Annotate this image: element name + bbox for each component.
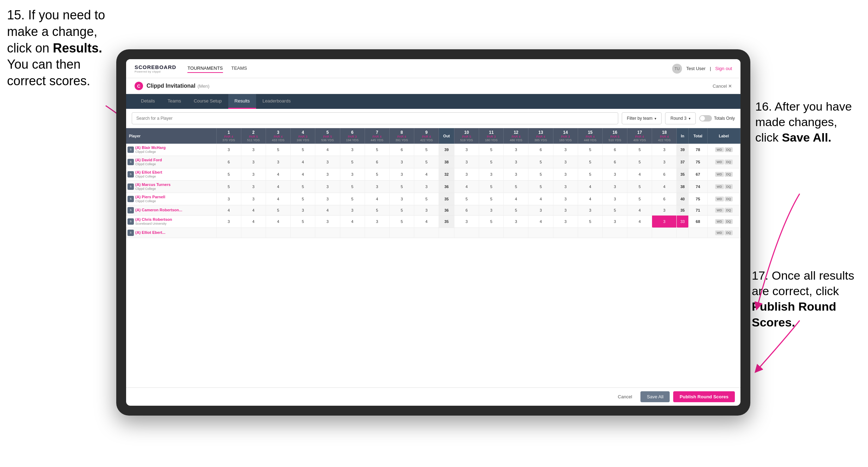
score-cell[interactable]: 5 bbox=[365, 168, 389, 180]
score-cell[interactable]: 5 bbox=[578, 215, 602, 228]
score-cell[interactable]: 3 bbox=[454, 215, 479, 228]
totals-only-toggle[interactable]: Totals Only bbox=[699, 115, 735, 122]
score-cell[interactable]: 3 bbox=[241, 168, 266, 180]
score-cell[interactable]: 4 bbox=[454, 180, 479, 193]
score-cell[interactable]: 3 bbox=[652, 215, 677, 228]
score-cell[interactable]: 3 bbox=[389, 156, 414, 168]
tab-results[interactable]: Results bbox=[228, 94, 256, 109]
score-cell[interactable]: 3 bbox=[602, 180, 627, 193]
score-cell[interactable]: 5 bbox=[627, 193, 652, 205]
score-cell[interactable]: 5 bbox=[389, 180, 414, 193]
score-cell[interactable]: 3 bbox=[241, 180, 266, 193]
score-cell[interactable]: 3 bbox=[602, 168, 627, 180]
score-cell[interactable]: 3 bbox=[553, 215, 578, 228]
score-cell[interactable]: 3 bbox=[602, 193, 627, 205]
score-cell[interactable]: 3 bbox=[340, 168, 365, 180]
score-cell[interactable]: 5 bbox=[340, 180, 365, 193]
filter-by-team-button[interactable]: Filter by team ▾ bbox=[622, 112, 662, 124]
wd-button[interactable]: WD bbox=[715, 219, 724, 224]
score-cell[interactable]: 4 bbox=[241, 205, 266, 215]
score-cell[interactable]: 3 bbox=[315, 156, 340, 168]
dq-button[interactable]: DQ bbox=[725, 172, 733, 177]
score-cell[interactable]: 4 bbox=[504, 193, 528, 205]
score-cell[interactable]: 4 bbox=[315, 205, 340, 215]
score-cell[interactable]: 6 bbox=[389, 144, 414, 156]
score-cell[interactable]: 4 bbox=[291, 168, 315, 180]
score-cell[interactable]: 4 bbox=[627, 168, 652, 180]
score-cell[interactable]: 6 bbox=[528, 144, 553, 156]
score-cell[interactable]: 3 bbox=[504, 144, 528, 156]
score-cell[interactable]: 5 bbox=[578, 156, 602, 168]
score-cell[interactable]: 3 bbox=[241, 193, 266, 205]
wd-button[interactable]: WD bbox=[715, 197, 724, 201]
cancel-button[interactable]: Cancel bbox=[613, 391, 637, 402]
score-cell[interactable]: 4 bbox=[291, 156, 315, 168]
score-cell[interactable]: 3 bbox=[315, 193, 340, 205]
dq-button[interactable]: DQ bbox=[725, 219, 733, 224]
score-cell[interactable]: 3 bbox=[602, 215, 627, 228]
nav-tournaments[interactable]: TOURNAMENTS bbox=[187, 64, 223, 73]
score-cell[interactable]: 3 bbox=[479, 168, 504, 180]
score-cell[interactable]: 5 bbox=[479, 180, 504, 193]
score-cell[interactable]: 5 bbox=[365, 144, 389, 156]
score-cell[interactable]: 4 bbox=[627, 215, 652, 228]
save-all-button[interactable]: Save All bbox=[640, 391, 670, 402]
score-cell[interactable]: 3 bbox=[414, 180, 439, 193]
score-cell[interactable]: 5 bbox=[578, 144, 602, 156]
score-cell[interactable]: 4 bbox=[266, 168, 291, 180]
score-cell[interactable]: 6 bbox=[454, 205, 479, 215]
score-cell[interactable]: 5 bbox=[602, 205, 627, 215]
score-cell[interactable]: 4 bbox=[340, 215, 365, 228]
score-cell[interactable]: 6 bbox=[652, 168, 677, 180]
score-cell[interactable]: 3 bbox=[504, 215, 528, 228]
score-cell[interactable]: 5 bbox=[291, 215, 315, 228]
score-cell[interactable]: 4 bbox=[578, 193, 602, 205]
score-cell[interactable]: 5 bbox=[479, 144, 504, 156]
dq-button[interactable]: DQ bbox=[725, 184, 733, 189]
score-cell[interactable]: 5 bbox=[627, 144, 652, 156]
score-cell[interactable]: 3 bbox=[291, 205, 315, 215]
score-cell[interactable]: 5 bbox=[340, 156, 365, 168]
dq-button[interactable]: DQ bbox=[725, 160, 733, 164]
score-cell[interactable]: 4 bbox=[414, 168, 439, 180]
score-cell[interactable]: 3 bbox=[454, 156, 479, 168]
score-cell[interactable]: 3 bbox=[216, 144, 241, 156]
score-cell[interactable]: 3 bbox=[454, 144, 479, 156]
score-cell[interactable]: 3 bbox=[365, 215, 389, 228]
tab-leaderboards[interactable]: Leaderboards bbox=[256, 94, 297, 109]
score-cell[interactable]: 3 bbox=[652, 144, 677, 156]
score-cell[interactable]: 4 bbox=[528, 193, 553, 205]
score-cell[interactable]: 3 bbox=[241, 144, 266, 156]
score-cell[interactable]: 5 bbox=[528, 168, 553, 180]
tab-course-setup[interactable]: Course Setup bbox=[187, 94, 228, 109]
wd-button[interactable]: WD bbox=[715, 160, 724, 164]
dq-button[interactable]: DQ bbox=[725, 208, 733, 213]
dq-button[interactable]: DQ bbox=[725, 197, 733, 201]
score-cell[interactable]: 3 bbox=[553, 180, 578, 193]
score-cell[interactable]: 4 bbox=[627, 205, 652, 215]
score-cell[interactable]: 6 bbox=[216, 156, 241, 168]
score-cell[interactable]: 3 bbox=[504, 156, 528, 168]
score-cell[interactable]: 5 bbox=[389, 215, 414, 228]
score-cell[interactable]: 3 bbox=[241, 156, 266, 168]
score-cell[interactable]: 3 bbox=[553, 156, 578, 168]
score-cell[interactable]: 3 bbox=[315, 168, 340, 180]
score-cell[interactable]: 5 bbox=[291, 193, 315, 205]
score-cell[interactable]: 5 bbox=[414, 144, 439, 156]
publish-round-scores-button[interactable]: Publish Round Scores bbox=[673, 391, 735, 402]
score-cell[interactable]: 3 bbox=[652, 156, 677, 168]
score-cell[interactable]: 3 bbox=[266, 156, 291, 168]
score-cell[interactable]: 4 bbox=[652, 180, 677, 193]
score-cell[interactable]: 5 bbox=[266, 205, 291, 215]
score-cell[interactable]: 3 bbox=[389, 193, 414, 205]
dq-button[interactable]: DQ bbox=[725, 147, 733, 152]
score-cell[interactable]: 5 bbox=[528, 156, 553, 168]
score-cell[interactable]: 3 bbox=[340, 205, 365, 215]
score-cell[interactable]: 3 bbox=[652, 205, 677, 215]
score-cell[interactable]: 3 bbox=[315, 180, 340, 193]
score-cell[interactable]: 6 bbox=[652, 193, 677, 205]
score-cell[interactable]: 5 bbox=[504, 180, 528, 193]
score-cell[interactable]: 5 bbox=[504, 205, 528, 215]
round-selector-button[interactable]: Round 3 ▾ bbox=[665, 112, 695, 124]
signout-link[interactable]: Sign out bbox=[715, 66, 732, 71]
